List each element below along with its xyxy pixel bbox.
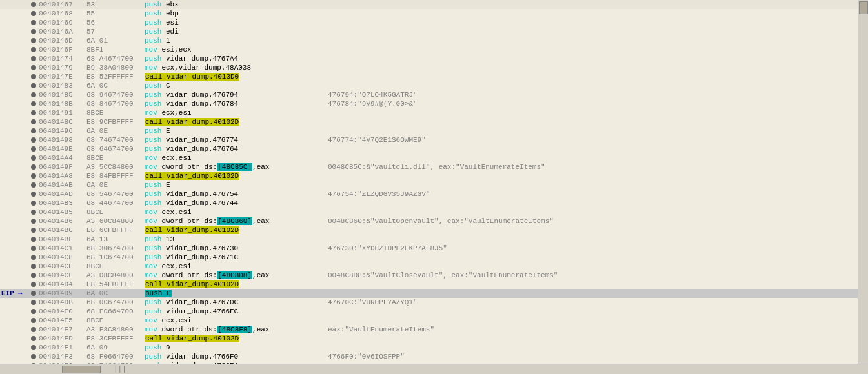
table-row[interactable]: 004014A48BCEmov ecx,esi [0, 153, 858, 162]
table-row[interactable]: 0040146A57push edi [0, 27, 858, 36]
breakpoint-dot[interactable] [30, 27, 37, 36]
table-row[interactable]: 004014BCE8 6CFBFFFFcall vidar_dump.40102… [0, 226, 858, 235]
breakpoint-dot[interactable] [30, 190, 37, 199]
scrollbar-thumb-h[interactable] [62, 366, 101, 373]
address: 0040148B [37, 99, 84, 108]
table-row[interactable]: 0040146F8BF1mov esi,ecx [0, 45, 858, 54]
table-row[interactable]: 0040146D6A 01push 1 [0, 36, 858, 45]
table-row[interactable]: 0040146753push ebx [0, 0, 858, 9]
table-row[interactable]: 004014C868 1C674700push vidar_dump.47671… [0, 253, 858, 262]
breakpoint-dot[interactable] [30, 162, 37, 172]
breakpoint-dot[interactable] [30, 181, 37, 190]
scrollbar-thumb-v[interactable] [859, 1, 868, 14]
table-row[interactable]: 004014AD68 54674700push vidar_dump.47675… [0, 190, 858, 199]
breakpoint-dot[interactable] [30, 126, 37, 135]
table-row[interactable]: 004014B6A3 60C84800mov dword ptr ds:[48C… [0, 217, 858, 226]
breakpoint-dot[interactable] [30, 199, 37, 208]
breakpoint-dot[interactable] [30, 316, 37, 325]
breakpoint-dot[interactable] [30, 208, 37, 217]
table-row[interactable]: 0040149E68 64674700push vidar_dump.47676… [0, 144, 858, 153]
table-row[interactable]: 00401479B9 38A04800mov ecx,vidar_dump.48… [0, 63, 858, 72]
bytes: 68 E4664700 [84, 361, 142, 364]
breakpoint-dot[interactable] [30, 334, 37, 343]
table-row[interactable]: 004014E068 FC664700push vidar_dump.4766F… [0, 307, 858, 316]
breakpoint-dot[interactable] [30, 108, 37, 117]
bytes: 68 74674700 [84, 135, 142, 144]
breakpoint-dot[interactable] [30, 361, 37, 364]
breakpoint-dot[interactable] [30, 45, 37, 54]
table-row[interactable]: 004014C168 30674700push vidar_dump.47673… [0, 244, 858, 253]
bytes: A3 F8C84800 [84, 325, 142, 334]
table-row[interactable]: 0040148568 94674700push vidar_dump.47679… [0, 90, 858, 99]
disassembly: mov ecx,esi [142, 108, 323, 117]
breakpoint-dot[interactable] [30, 63, 37, 72]
table-row[interactable]: 004014836A 0Cpush C [0, 81, 858, 90]
disassembly: push 13 [142, 235, 323, 244]
bytes: 68 84674700 [84, 99, 142, 108]
breakpoint-dot[interactable] [30, 235, 37, 244]
table-row[interactable]: 004014D4E8 54FBFFFFcall vidar_dump.40102… [0, 280, 858, 289]
breakpoint-dot[interactable] [30, 280, 37, 289]
table-row[interactable]: 004014F16A 09push 9 [0, 343, 858, 352]
breakpoint-dot[interactable] [30, 135, 37, 144]
breakpoint-dot[interactable] [30, 72, 37, 81]
table-row[interactable]: 004014F368 F0664700push vidar_dump.4766F… [0, 352, 858, 361]
table-row[interactable]: 004014A8E8 84FBFFFFcall vidar_dump.40102… [0, 172, 858, 181]
breakpoint-dot[interactable] [30, 18, 37, 27]
breakpoint-dot[interactable] [30, 54, 37, 63]
breakpoint-dot[interactable] [30, 271, 37, 280]
table-row[interactable]: 004014F968 E4664700push vidar_dump.4766E… [0, 361, 858, 364]
address: 004014AD [37, 190, 84, 199]
breakpoint-dot[interactable] [30, 81, 37, 90]
breakpoint-dot[interactable] [30, 9, 37, 18]
breakpoint-dot[interactable] [30, 36, 37, 45]
table-row[interactable]: 004014E7A3 F8C84800mov dword ptr ds:[48C… [0, 325, 858, 334]
breakpoint-dot[interactable] [30, 153, 37, 162]
breakpoint-dot[interactable] [30, 352, 37, 361]
table-row[interactable]: 004014966A 0Epush E [0, 126, 858, 135]
breakpoint-dot[interactable] [30, 343, 37, 352]
table-row[interactable]: 0040146855push ebp [0, 9, 858, 18]
table-row[interactable]: 0040147468 A4674700push vidar_dump.4767A… [0, 54, 858, 63]
breakpoint-dot[interactable] [30, 90, 37, 99]
breakpoint-dot[interactable] [30, 262, 37, 271]
table-row[interactable]: 004014CFA3 D8C84800mov dword ptr ds:[48C… [0, 271, 858, 280]
breakpoint-dot[interactable] [30, 289, 37, 298]
breakpoint-dot[interactable] [30, 244, 37, 253]
table-row[interactable]: 0040146956push esi [0, 18, 858, 27]
table-row[interactable]: 0040148B68 84674700push vidar_dump.47678… [0, 99, 858, 108]
breakpoint-dot[interactable] [30, 172, 37, 181]
scrollbar-horizontal[interactable]: ||| [0, 364, 868, 374]
breakpoint-dot[interactable] [30, 217, 37, 226]
table-row[interactable]: 004014AB6A 0Epush E [0, 181, 858, 190]
breakpoint-dot[interactable] [30, 0, 37, 9]
address: 00401483 [37, 81, 84, 90]
table-row[interactable]: 0040149868 74674700push vidar_dump.47677… [0, 135, 858, 144]
breakpoint-dot[interactable] [30, 144, 37, 153]
breakpoint-dot[interactable] [30, 298, 37, 307]
table-row[interactable]: 004014DB68 0C674700push vidar_dump.47670… [0, 298, 858, 307]
breakpoint-dot[interactable] [30, 253, 37, 262]
table-row[interactable]: 0040148CE8 9CFBFFFFcall vidar_dump.40102… [0, 117, 858, 126]
table-row[interactable]: EIP→004014D96A 0Cpush C [0, 289, 858, 298]
disassembly: mov ecx,esi [142, 208, 323, 217]
table-row[interactable]: 004014CE8BCEmov ecx,esi [0, 262, 858, 271]
table-row[interactable]: 004014E58BCEmov ecx,esi [0, 316, 858, 325]
breakpoint-dot[interactable] [30, 99, 37, 108]
scrollbar-vertical[interactable] [858, 0, 868, 364]
table-row[interactable]: 004014BF6A 13push 13 [0, 235, 858, 244]
comment: 0048C8D8:&"VaultCloseVault", eax:"VaultE… [323, 271, 858, 280]
table-row[interactable]: 0040147EE8 52FFFFFFcall vidar_dump.4013D… [0, 72, 858, 81]
breakpoint-dot[interactable] [30, 307, 37, 316]
breakpoint-dot[interactable] [30, 325, 37, 334]
disassembly: call vidar_dump.40102D [142, 226, 323, 235]
breakpoint-dot[interactable] [30, 226, 37, 235]
bytes: 8BCE [84, 153, 142, 162]
table-row[interactable]: 004014918BCEmov ecx,esi [0, 108, 858, 117]
breakpoint-dot[interactable] [30, 117, 37, 126]
table-row[interactable]: 0040149FA3 5CC84800mov dword ptr ds:[48C… [0, 162, 858, 172]
table-row[interactable]: 004014B58BCEmov ecx,esi [0, 208, 858, 217]
table-row[interactable]: 004014B368 44674700push vidar_dump.47674… [0, 199, 858, 208]
table-row[interactable]: 004014EDE8 3CFBFFFFcall vidar_dump.40102… [0, 334, 858, 343]
address: 004014F1 [37, 343, 84, 352]
